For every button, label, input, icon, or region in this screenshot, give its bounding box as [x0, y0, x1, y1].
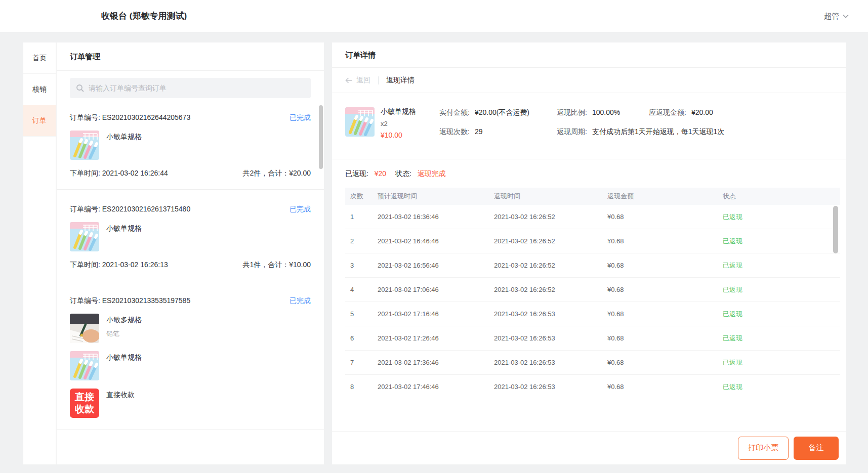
product-name: 小敏单规格 — [381, 107, 416, 116]
orders-card: 首页 核销 订单 订单管理 订单编号: ES202103021626442 — [23, 42, 324, 464]
table-header: 次数 预计返现时间 返现时间 返现金额 状态 — [345, 188, 840, 205]
cashback-ratio: 返现比例:100.00% — [557, 108, 649, 117]
order-list: 订单编号: ES20210302162644205673 已完成 小敏单规格 — [57, 98, 324, 464]
cashback-table: 次数 预计返现时间 返现时间 返现金额 状态 12021-03-02 16:36… — [345, 188, 840, 390]
cashback-status-line: 已返现: ¥20 状态: 返现完成 — [332, 159, 846, 188]
page-title: 收银台 (郑敏专用测试) — [101, 0, 187, 32]
order-number: 订单编号: ES20210302133535197585 — [70, 296, 190, 306]
sidebar-item-home[interactable]: 首页 — [23, 42, 56, 74]
table-row: 12021-03-02 16:36:462021-03-02 16:26:52¥… — [345, 205, 840, 229]
paid-amount: 实付金额:¥20.00(不含运费) — [439, 108, 557, 117]
top-bar: 收银台 (郑敏专用测试) 超管 — [0, 0, 868, 32]
cashier-app: 收银台 (郑敏专用测试) 超管 首页 核销 订单 订单管理 — [0, 0, 868, 473]
order-foot: 下单时间: 2021-03-02 16:26:44 共2件，合计：¥20.00 — [70, 169, 311, 178]
table-row: 82021-03-02 17:46:462021-03-02 16:26:53¥… — [345, 375, 840, 390]
row-status: 已返现 — [723, 237, 840, 246]
table-body: 12021-03-02 16:36:462021-03-02 16:26:52¥… — [345, 205, 840, 390]
order-detail-card: 订单详情 返回 返现详情 小敏单规格 x2 ¥10.00 实付金额:¥20.00… — [332, 42, 846, 464]
summary-info: 实付金额:¥20.00(不含运费) 返现比例:100.00% 应返现金额:¥20… — [439, 107, 833, 147]
product-image-pens — [70, 351, 99, 380]
table-scrollbar-thumb[interactable] — [833, 206, 838, 253]
product-image-pens — [345, 107, 375, 137]
sidebar-item-orders[interactable]: 订单 — [23, 105, 56, 137]
order-product: 小敏多规格 铅笔 — [70, 314, 311, 343]
row-status: 已返现 — [723, 334, 840, 343]
order-head: 订单编号: ES20210302133535197585 已完成 — [70, 296, 311, 306]
product-qty: x2 — [381, 120, 416, 127]
cashback-times: 返现次数:29 — [439, 127, 557, 137]
cashback-due: 应返现金额:¥20.00 — [649, 108, 713, 117]
order-time: 下单时间: 2021-03-02 16:26:13 — [70, 261, 168, 270]
product-image-pens — [70, 131, 99, 160]
col-header-times: 次数 — [345, 192, 378, 201]
order-status-badge: 已完成 — [290, 205, 311, 214]
table-row: 52021-03-02 17:16:462021-03-02 16:26:53¥… — [345, 302, 840, 326]
row-status: 已返现 — [723, 358, 840, 367]
col-header-cashback-time: 返现时间 — [494, 192, 607, 201]
print-receipt-button[interactable]: 打印小票 — [738, 437, 789, 460]
search-icon — [76, 84, 84, 92]
product-name: 直接收款 — [106, 389, 135, 400]
chevron-down-icon — [843, 14, 849, 18]
order-product: 直接 收款 直接收款 — [70, 389, 311, 418]
product-image-pencil — [70, 314, 99, 343]
order-foot: 下单时间: 2021-03-02 16:26:13 共1件，合计：¥10.00 — [70, 261, 311, 270]
user-name: 超管 — [824, 12, 839, 21]
table-row: 22021-03-02 16:46:462021-03-02 16:26:52¥… — [345, 229, 840, 253]
order-number: 订单编号: ES20210302162613715480 — [70, 205, 190, 214]
nav-divider — [378, 76, 379, 84]
row-status: 已返现 — [723, 261, 840, 270]
order-search-box[interactable] — [70, 78, 311, 98]
cashback-summary: 小敏单规格 x2 ¥10.00 实付金额:¥20.00(不含运费) 返现比例:1… — [332, 93, 846, 159]
table-row: 72021-03-02 17:36:462021-03-02 16:26:53¥… — [345, 351, 840, 375]
product-spec: 铅笔 — [106, 329, 142, 338]
arrow-left-icon — [345, 77, 353, 83]
sidebar-item-verify[interactable]: 核销 — [23, 74, 56, 105]
order-head: 订单编号: ES20210302162613715480 已完成 — [70, 205, 311, 214]
product-image-pens — [70, 222, 99, 251]
col-header-amount: 返现金额 — [607, 192, 723, 201]
order-head: 订单编号: ES20210302162644205673 已完成 — [70, 113, 311, 122]
product-price: ¥10.00 — [381, 131, 416, 139]
side-nav: 首页 核销 订单 — [23, 42, 57, 464]
order-number: 订单编号: ES20210302162644205673 — [70, 113, 190, 122]
order-list-item[interactable]: 订单编号: ES20210302162644205673 已完成 小敏单规格 — [57, 98, 324, 190]
order-list-item[interactable]: 订单编号: ES20210302133535197585 已完成 小敏多规格 铅… — [57, 281, 324, 429]
returned-label: 已返现: — [345, 169, 368, 178]
row-status: 已返现 — [723, 382, 840, 391]
product-name: 小敏单规格 — [106, 222, 142, 233]
detail-panel-title: 订单详情 — [332, 42, 846, 68]
order-summary: 共1件，合计：¥10.00 — [242, 261, 311, 270]
order-management-panel: 订单管理 订单编号: ES20210302162644205673 已完成 — [57, 42, 324, 464]
order-product: 小敏单规格 — [70, 131, 311, 160]
returned-amount: ¥20 — [375, 169, 386, 178]
product-name: 小敏多规格 — [106, 314, 142, 325]
cashback-detail-title: 返现详情 — [386, 76, 415, 85]
direct-pay-tile: 直接 收款 — [70, 389, 99, 418]
order-product: 小敏单规格 — [70, 351, 311, 380]
product-name: 小敏单规格 — [106, 131, 142, 142]
order-list-scrollbar-thumb[interactable] — [319, 105, 323, 169]
table-row: 32021-03-02 16:56:462021-03-02 16:26:52¥… — [345, 253, 840, 278]
order-status-badge: 已完成 — [290, 113, 311, 122]
col-header-status: 状态 — [723, 192, 840, 201]
search-area — [57, 71, 324, 98]
detail-footer: 打印小票 备注 — [332, 431, 846, 464]
table-row: 62021-03-02 17:26:462021-03-02 16:26:53¥… — [345, 326, 840, 351]
order-panel-title: 订单管理 — [57, 42, 324, 71]
cashback-cycle: 返现周期:支付成功后第1天开始返现，每1天返现1次 — [557, 127, 724, 137]
row-status: 已返现 — [723, 212, 840, 222]
status-value: 返现完成 — [418, 169, 446, 178]
search-input[interactable] — [89, 84, 305, 92]
order-list-item[interactable]: 订单编号: ES20210302162613715480 已完成 小敏单规格 — [57, 190, 324, 281]
detail-nav: 返回 返现详情 — [332, 68, 846, 93]
back-button[interactable]: 返回 — [345, 76, 370, 85]
user-menu[interactable]: 超管 — [824, 0, 849, 32]
order-product: 小敏单规格 — [70, 222, 311, 251]
summary-product: 小敏单规格 x2 ¥10.00 — [345, 107, 439, 147]
order-summary: 共2件，合计：¥20.00 — [242, 169, 311, 178]
row-status: 已返现 — [723, 285, 840, 294]
row-status: 已返现 — [723, 310, 840, 319]
order-status-badge: 已完成 — [290, 296, 311, 306]
note-button[interactable]: 备注 — [794, 437, 839, 460]
